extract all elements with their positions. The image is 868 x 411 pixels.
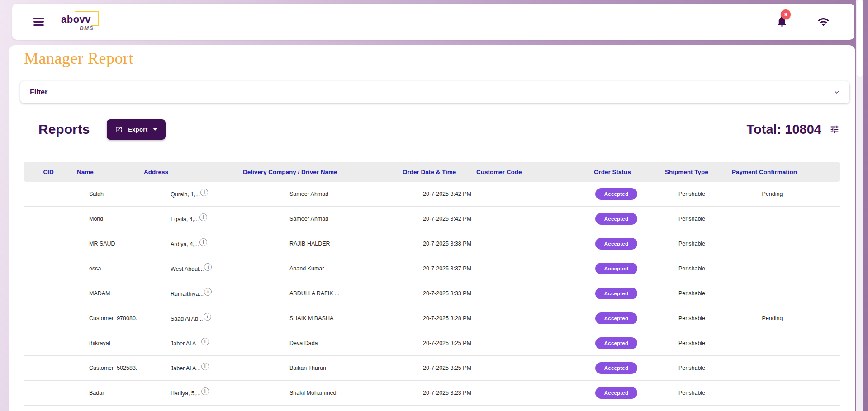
cell-address: Qurain, 1,...i [139,182,234,207]
cell-name: Salah [73,182,139,207]
cell-payment [722,331,840,356]
cell-driver: ABDULLA RAFIK ... [234,281,392,306]
table-row: MohdEgaila, 4,...iSameer Ahmad20-7-2025 … [24,207,840,231]
page-title: Manager Report [24,49,133,68]
logo-bracket [75,11,99,26]
scrollbar-thumb[interactable] [857,0,863,77]
info-icon[interactable]: i [201,387,209,395]
cell-cid [24,381,73,406]
status-badge: Accepted [595,387,637,399]
info-icon[interactable]: i [200,189,208,196]
cell-payment [722,406,840,411]
cell-address: Jaber Al A...i [139,356,234,381]
cell-address: Saad Al Ab...i [139,306,234,331]
column-header-payment: Payment Confirmation [722,162,840,182]
column-header-shipment-type: Shipment Type [657,162,722,182]
cell-address: Rumaithiya...i [139,281,234,306]
cell-name: um dhari [73,406,139,411]
header-right-group: 9 [776,15,830,28]
cell-payment [722,207,840,231]
cell-cid [24,306,73,331]
cell-customer-code [471,306,587,331]
info-icon[interactable]: i [201,363,209,370]
cell-address: Ardiya, 4,...i [139,231,234,256]
external-link-icon [115,126,123,133]
cell-order-date: 20-7-2025 3:28 PM [392,306,471,331]
table-header: CID Name Address Delivery Company / Driv… [24,162,840,182]
tune-icon [830,124,840,134]
cell-order-date: 20-7-2025 3:37 PM [392,256,471,281]
logo-sub-text: DMS [80,25,94,32]
cell-customer-code [471,281,587,306]
info-icon[interactable]: i [204,263,212,271]
table-row: essaWest Abdul...iAnand Kumar20-7-2025 3… [24,256,840,281]
cell-shipment-type: Perishable [657,281,722,306]
reports-toolbar: Reports Export Total: 10804 [9,118,855,141]
filter-panel-toggle[interactable]: Filter [20,81,849,103]
cell-order-status: Accepted [587,281,657,306]
cell-driver: Deva Dada [234,331,392,356]
cell-name: thikrayat [73,331,139,356]
column-header-cid: CID [24,162,73,182]
cell-order-status: Accepted [587,331,657,356]
cell-driver: Baikan Tharun [234,356,392,381]
cell-driver: Shakil Mohammed [234,381,392,406]
cell-order-date: 20-7-2025 3:23 PM [392,381,471,406]
export-button-label: Export [128,126,147,133]
column-settings-button[interactable] [829,123,840,135]
cell-shipment-type: Perishable [657,381,722,406]
cell-cid [24,231,73,256]
status-badge: Accepted [595,263,637,274]
cell-name: MR SAUD [73,231,139,256]
info-icon[interactable]: i [204,313,211,321]
network-status-button[interactable] [817,16,830,28]
export-button[interactable]: Export [107,119,166,140]
menu-icon[interactable] [33,17,45,27]
cell-driver: RAJIB HALDER [234,231,392,256]
cell-order-status: Accepted [587,306,657,331]
status-badge: Accepted [595,312,637,324]
cell-name: Badar [73,381,139,406]
cell-address: Hadiya, 5,...i [139,381,234,406]
total-group: Total: 10804 [747,122,840,137]
status-badge: Accepted [595,288,637,299]
cell-order-date: 20-7-2025 3:23 PM [392,406,471,411]
app-header: abovv DMS 9 [12,4,854,40]
table-row: BadarHadiya, 5,...iShakil Mohammed20-7-2… [24,381,840,406]
cell-shipment-type: Perishable [657,231,722,256]
main-content-card: Manager Report Filter Reports Export Tot… [9,45,855,411]
cell-payment [722,281,840,306]
cell-customer-code [471,381,587,406]
header-left-group: abovv DMS [33,13,99,31]
cell-driver: Sameer Ahmad [234,182,392,207]
cell-driver: Sameer Ahmad [234,207,392,231]
cell-address: Egaila, 4,...i [139,207,234,231]
info-icon[interactable]: i [199,238,207,246]
cell-payment [722,256,840,281]
cell-order-date: 20-7-2025 3:25 PM [392,356,471,381]
cell-cid [24,331,73,356]
cell-name: Customer_978080... [73,306,139,331]
info-icon[interactable]: i [199,213,207,221]
cell-driver: SHAIK M BASHA [234,306,392,331]
status-badge: Accepted [595,362,637,374]
cell-order-status: Accepted [587,256,657,281]
cell-shipment-type: Perishable [657,306,722,331]
notifications-button[interactable]: 9 [776,15,788,28]
reports-section-title: Reports [38,122,90,137]
cell-name: Mohd [73,207,139,231]
chevron-down-icon [832,88,841,97]
caret-down-icon [153,128,157,131]
cell-payment [722,231,840,256]
cell-cid [24,256,73,281]
page-scrollbar[interactable] [856,0,863,411]
filter-label: Filter [30,88,47,96]
table-row: MR SAUDArdiya, 4,...iRAJIB HALDER20-7-20… [24,231,840,256]
info-icon[interactable]: i [201,338,209,345]
table-row: thikrayatJaber Al A...iDeva Dada20-7-202… [24,331,840,356]
cell-customer-code [471,182,587,207]
cell-order-date: 20-7-2025 3:33 PM [392,281,471,306]
info-icon[interactable]: i [204,288,212,296]
cell-customer-code [471,331,587,356]
cell-address: Jaber Al A...i [139,331,234,356]
